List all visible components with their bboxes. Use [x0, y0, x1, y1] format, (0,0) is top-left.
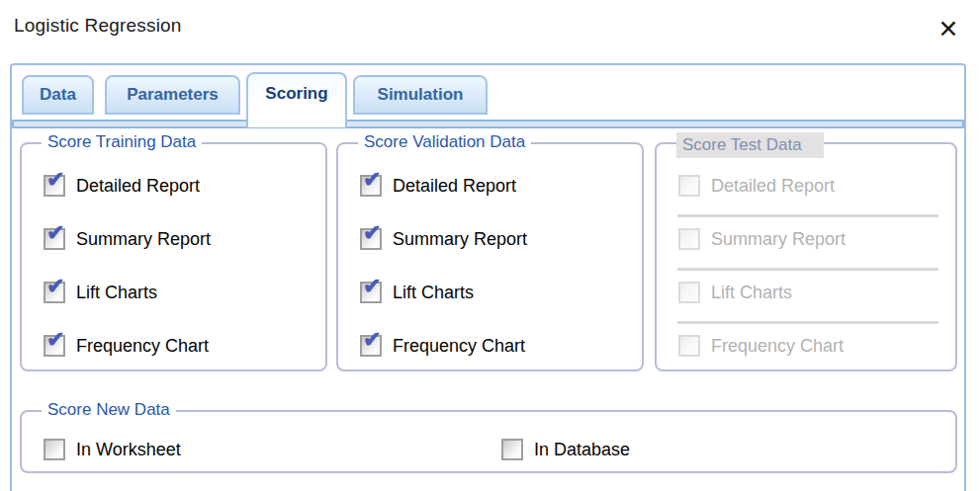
checkbox-label: Frequency Chart [393, 336, 525, 357]
checkbox-row: ✔ In Database [501, 439, 630, 460]
group-score-training-data: Score Training Data ✔ Detailed Report ✔ … [20, 142, 327, 371]
checkbox-row: ✔ Frequency Chart [678, 335, 844, 357]
checkbox-summary-report: ✔ [678, 228, 700, 250]
checkbox-in-database[interactable]: ✔ [501, 439, 523, 460]
check-icon: ✔ [363, 169, 381, 191]
divider [677, 214, 938, 217]
checkbox-row: ✔ Frequency Chart [360, 335, 525, 357]
checkbox-in-worksheet[interactable]: ✔ [44, 439, 65, 460]
checkbox-detailed-report[interactable]: ✔ [44, 175, 65, 197]
checkbox-detailed-report[interactable]: ✔ [360, 175, 382, 197]
checkbox-summary-report[interactable]: ✔ [44, 228, 65, 250]
checkbox-row: ✔ Summary Report [678, 228, 846, 250]
tab-simulation[interactable]: Simulation [353, 75, 488, 115]
checkbox-row: ✔ Lift Charts [678, 282, 792, 303]
checkbox-label: Lift Charts [711, 283, 792, 303]
checkbox-row: ✔ Detailed Report [44, 175, 200, 197]
group-title: Score Training Data [42, 131, 202, 153]
checkbox-row: ✔ Summary Report [360, 228, 527, 250]
checkbox-row: ✔ Summary Report [44, 228, 211, 250]
checkbox-summary-report[interactable]: ✔ [360, 228, 382, 250]
checkbox-row: ✔ Lift Charts [360, 282, 474, 303]
checkbox-label: Detailed Report [711, 176, 835, 197]
checkbox-label: Detailed Report [393, 176, 516, 197]
check-icon: ✔ [363, 222, 381, 244]
checkbox-label: In Database [534, 440, 630, 460]
tab-parameters[interactable]: Parameters [105, 75, 240, 115]
checkbox-lift-charts[interactable]: ✔ [360, 282, 382, 303]
check-icon: ✔ [46, 329, 64, 351]
checkbox-label: Detailed Report [76, 176, 200, 197]
group-title: Score Test Data [676, 132, 824, 158]
check-icon: ✔ [363, 329, 381, 351]
checkbox-row: ✔ Detailed Report [360, 175, 516, 197]
checkbox-frequency-chart: ✔ [678, 335, 700, 357]
check-icon: ✔ [46, 276, 64, 297]
checkbox-row: ✔ Frequency Chart [44, 335, 209, 357]
group-score-test-data: Score Test Data ✔ Detailed Report ✔ Summ… [655, 142, 957, 371]
check-icon: ✔ [46, 222, 64, 244]
checkbox-row: ✔ In Worksheet [44, 439, 181, 460]
checkbox-frequency-chart[interactable]: ✔ [360, 335, 382, 357]
checkbox-label: Summary Report [76, 229, 211, 250]
check-icon: ✔ [363, 276, 381, 297]
group-score-validation-data: Score Validation Data ✔ Detailed Report … [336, 142, 644, 371]
group-title: Score New Data [42, 399, 176, 421]
group-score-new-data: Score New Data ✔ In Worksheet ✔ In Datab… [20, 410, 957, 473]
tab-data[interactable]: Data [22, 75, 94, 115]
checkbox-row: ✔ Detailed Report [678, 175, 835, 197]
checkbox-label: Lift Charts [76, 283, 157, 303]
close-icon[interactable]: ✕ [931, 11, 966, 46]
checkbox-lift-charts[interactable]: ✔ [44, 282, 65, 303]
check-icon: ✔ [46, 169, 64, 191]
divider [677, 268, 938, 271]
checkbox-label: In Worksheet [76, 440, 181, 460]
tab-strip-ledge [12, 120, 964, 128]
checkbox-row: ✔ Lift Charts [44, 282, 157, 303]
window-title: Logistic Regression [14, 15, 182, 37]
divider [677, 321, 938, 324]
checkbox-label: Lift Charts [393, 283, 474, 303]
tab-scoring[interactable]: Scoring [246, 72, 347, 127]
checkbox-label: Summary Report [393, 229, 527, 250]
checkbox-frequency-chart[interactable]: ✔ [44, 335, 65, 357]
checkbox-label: Frequency Chart [711, 336, 844, 357]
checkbox-detailed-report: ✔ [678, 175, 700, 197]
checkbox-lift-charts: ✔ [678, 282, 700, 303]
group-title: Score Validation Data [358, 131, 531, 153]
checkbox-label: Summary Report [711, 229, 846, 250]
checkbox-label: Frequency Chart [76, 336, 209, 357]
